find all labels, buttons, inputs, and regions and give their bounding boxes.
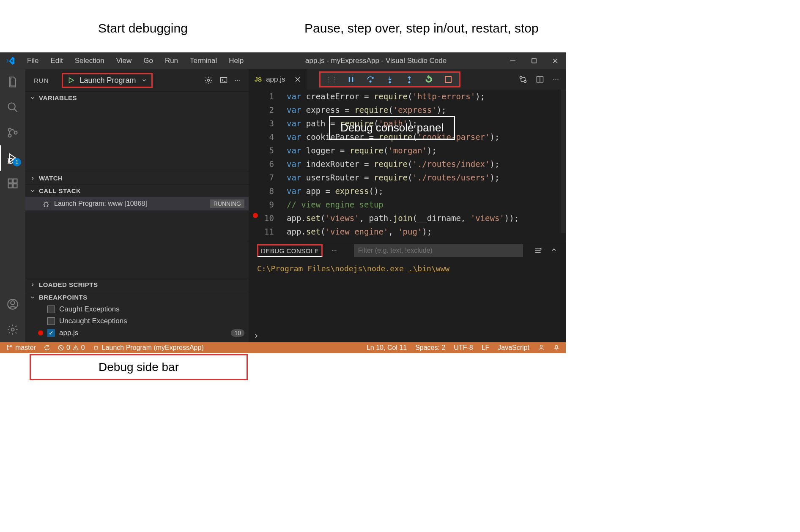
breakpoint-uncaught[interactable]: Uncaught Exceptions: [25, 315, 249, 327]
callstack-entry[interactable]: Launch Program: www [10868] RUNNING: [25, 197, 249, 210]
menu-file[interactable]: File: [21, 57, 44, 65]
checkbox-file[interactable]: ✓: [47, 329, 55, 337]
svg-point-21: [44, 202, 48, 206]
step-over-icon[interactable]: [365, 74, 375, 85]
breakpoint-caught-label: Caught Exceptions: [59, 305, 120, 314]
compare-icon[interactable]: [519, 75, 527, 84]
pause-icon[interactable]: [346, 74, 356, 85]
console-output-link[interactable]: .\bin\www: [408, 264, 450, 273]
section-variables[interactable]: Variables: [25, 92, 249, 104]
svg-point-16: [11, 301, 14, 305]
debug-badge: 1: [13, 158, 21, 166]
js-file-icon: JS: [255, 76, 262, 83]
code-editor[interactable]: 1234567891011121314 var createError = re…: [249, 90, 566, 241]
drag-handle-icon[interactable]: ⋮⋮: [326, 74, 337, 85]
close-icon[interactable]: [552, 58, 558, 64]
status-language[interactable]: JavaScript: [498, 344, 529, 352]
debug-console-panel: DEBUG CONSOLE ··· C:\Program Files\nodej…: [249, 241, 566, 342]
menu-edit[interactable]: Edit: [44, 57, 68, 65]
menu-run[interactable]: Run: [159, 57, 184, 65]
status-debug-target-label: Launch Program (myExpressApp): [102, 344, 204, 352]
tab-close-icon[interactable]: [295, 76, 301, 82]
activity-search-icon[interactable]: [0, 95, 25, 120]
status-problems[interactable]: 0 0: [58, 344, 85, 352]
status-cursor[interactable]: Ln 10, Col 11: [367, 344, 407, 352]
status-branch[interactable]: master: [6, 344, 36, 352]
menu-help[interactable]: Help: [223, 57, 249, 65]
menu-selection[interactable]: Selection: [69, 57, 110, 65]
svg-point-38: [7, 346, 8, 347]
status-bell-icon[interactable]: [553, 344, 560, 352]
checkbox-uncaught[interactable]: [47, 317, 55, 325]
section-variables-label: Variables: [39, 94, 77, 101]
section-watch[interactable]: Watch: [25, 172, 249, 184]
chevron-up-icon[interactable]: [551, 246, 557, 255]
more-icon[interactable]: ···: [235, 76, 240, 84]
line-gutter: 1234567891011121314: [249, 90, 278, 241]
editor-tab-appjs[interactable]: JS app.js: [249, 69, 307, 90]
svg-rect-24: [348, 77, 350, 82]
activity-settings-icon[interactable]: [0, 317, 25, 342]
window-controls: [502, 58, 566, 64]
status-encoding[interactable]: UTF-8: [454, 344, 473, 352]
menu-go[interactable]: Go: [137, 57, 159, 65]
svg-point-7: [8, 134, 11, 137]
section-breakpoints[interactable]: Breakpoints: [25, 291, 249, 303]
activity-scm-icon[interactable]: [0, 120, 25, 145]
step-out-icon[interactable]: [404, 74, 414, 85]
menu-view[interactable]: View: [110, 57, 138, 65]
status-sync-icon[interactable]: [44, 344, 50, 351]
tab-label: app.js: [266, 75, 285, 84]
breakpoint-file[interactable]: ✓ app.js 10: [25, 327, 249, 339]
callstack-status: RUNNING: [210, 199, 244, 208]
section-loaded-scripts-label: Loaded Scripts: [39, 281, 98, 288]
section-callstack[interactable]: Call Stack: [25, 185, 249, 197]
code-content: var createError = require('http-errors')…: [287, 90, 561, 238]
sidebar-title: RUN: [34, 77, 49, 84]
svg-rect-11: [8, 179, 12, 183]
status-spaces[interactable]: Spaces: 2: [415, 344, 445, 352]
status-warnings: 0: [81, 344, 85, 352]
svg-point-30: [524, 81, 526, 83]
panel-more-icon[interactable]: ···: [331, 247, 337, 254]
annotation-start-debugging: Start debugging: [98, 21, 188, 35]
breakpoint-dot-icon: [38, 330, 43, 336]
start-debug-icon[interactable]: [67, 76, 75, 84]
svg-point-8: [14, 131, 17, 134]
launch-config-selector[interactable]: Launch Program: [62, 73, 153, 88]
restart-icon[interactable]: [424, 74, 434, 85]
gear-icon[interactable]: [204, 76, 213, 85]
breakpoint-glyph-icon[interactable]: [253, 213, 258, 218]
svg-rect-20: [220, 77, 227, 82]
panel-tab-debug-console[interactable]: DEBUG CONSOLE: [257, 244, 323, 257]
annotation-debug-toolbar: Pause, step over, step in/out, restart, …: [304, 21, 539, 35]
editor-tabs: JS app.js ⋮⋮: [249, 69, 566, 90]
checkbox-caught[interactable]: [47, 306, 55, 313]
activity-account-icon[interactable]: [0, 292, 25, 317]
minimap[interactable]: [561, 90, 566, 233]
menu-terminal[interactable]: Terminal: [184, 57, 223, 65]
panel-tabs: DEBUG CONSOLE ···: [249, 241, 566, 260]
maximize-icon[interactable]: [531, 58, 537, 64]
status-debug-target[interactable]: Launch Program (myExpressApp): [93, 344, 204, 352]
chevron-down-icon[interactable]: [141, 77, 147, 83]
status-branch-label: master: [15, 344, 36, 352]
minimize-icon[interactable]: [510, 58, 516, 64]
split-editor-icon[interactable]: [536, 75, 544, 84]
more-actions-icon[interactable]: ···: [553, 75, 559, 84]
section-loaded-scripts[interactable]: Loaded Scripts: [25, 278, 249, 291]
svg-point-6: [8, 128, 11, 131]
status-eol[interactable]: LF: [482, 344, 490, 352]
activity-explorer-icon[interactable]: [0, 69, 25, 95]
clear-console-icon[interactable]: [534, 246, 542, 255]
step-into-icon[interactable]: [385, 74, 395, 85]
stop-icon[interactable]: [443, 74, 453, 85]
breadcrumb-chevron-icon[interactable]: [253, 333, 260, 339]
status-feedback-icon[interactable]: [538, 344, 545, 352]
filter-input[interactable]: [354, 244, 523, 257]
breakpoint-caught[interactable]: Caught Exceptions: [25, 303, 249, 315]
activity-extensions-icon[interactable]: [0, 171, 25, 196]
debug-console-icon[interactable]: [219, 76, 228, 85]
activity-debug-icon[interactable]: 1: [0, 145, 25, 171]
svg-line-42: [59, 346, 62, 349]
